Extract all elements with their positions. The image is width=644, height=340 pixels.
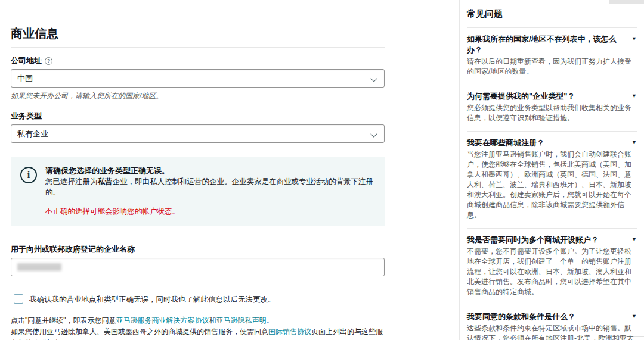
faq-item: 我是否需要同时为多个商城开设账户？ ▼ 不需要，您不再需要开设多个账户。为了让您… (467, 229, 637, 305)
faq-answer: 当您注册亚马逊销售账户时，我们会自动创建联合账户，使您能够在全球销售，包括北美商… (467, 149, 637, 220)
divider (11, 47, 385, 48)
faq-item: 为何需要提供我的"企业类型"？ ▼ 您必须提供您的业务类型以帮助我们收集相关的业… (467, 85, 637, 132)
faq-question: 我要在哪些商城注册？ (467, 138, 627, 148)
agreement-line1-suffix: 。 (267, 316, 274, 325)
faq-item: 如果我所在的国家/地区不在列表中，该怎么办？ ▼ 请在以后的日期重新查看，因为我… (467, 28, 637, 85)
caret-down-icon: ▼ (631, 34, 637, 42)
faq-answer: 您必须提供您的业务类型以帮助我们收集相关的业务信息，以便遵守识别和验证措施。 (467, 103, 637, 123)
company-address-label-text: 公司地址 (11, 55, 42, 66)
business-name-label: 用于向州或联邦政府登记的企业名称 (11, 244, 385, 255)
company-address-select[interactable]: 中国 (11, 69, 385, 88)
faq-answer: 请在以后的日期重新查看，因为我们正努力扩大接受的国家/地区的数量。 (467, 57, 637, 77)
privacy-notice-link[interactable]: 亚马逊隐私声明 (216, 316, 267, 325)
faq-item: 我要同意的条款和条件是什么？ ▼ 这些条款和条件约束在特定区域或市场中的销售。默… (467, 305, 637, 340)
caret-down-icon: ▼ (631, 138, 637, 145)
faq-item: 我要在哪些商城注册？ ▼ 当您注册亚马逊销售账户时，我们会自动创建联合账户，使您… (467, 132, 637, 229)
notice-content: 请确保您选择的业务类型正确无误。 您已选择注册为私营企业，即由私人控制和运营的企… (45, 166, 374, 217)
business-type-select[interactable]: 私有企业 (11, 124, 385, 143)
business-type-notice: i 请确保您选择的业务类型正确无误。 您已选择注册为私营企业，即由私人控制和运营… (11, 157, 385, 226)
company-address-value: 中国 (17, 73, 33, 84)
business-type-label: 业务类型 (11, 111, 385, 121)
bsa-agreement-link[interactable]: 亚马逊服务商业解决方案协议 (116, 316, 209, 325)
business-info-form: 商业信息 公司地址 ? 中国 如果您未开办公司，请输入您所在的国家/地区。 业务… (11, 0, 385, 340)
faq-question-toggle[interactable]: 我要同意的条款和条件是什么？ ▼ (467, 311, 637, 322)
agreement-line-2: 如果您使用亚马逊除加拿大、美国或墨西哥之外的商城提供的销售服务，便需同意国际销售… (11, 326, 385, 340)
caret-down-icon: ▼ (631, 311, 637, 319)
business-name-label-text: 用于向州或联邦政府登记的企业名称 (11, 244, 135, 255)
faq-question-toggle[interactable]: 我是否需要同时为多个商城开设账户？ ▼ (467, 235, 637, 245)
faq-question-toggle[interactable]: 如果我所在的国家/地区不在列表中，该怎么办？ ▼ (467, 34, 637, 55)
agreement-line-1: 点击"同意并继续"，即表示您同意亚马逊服务商业解决方案协议和亚马逊隐私声明。 (11, 315, 385, 326)
faq-question-toggle[interactable]: 我要在哪些商城注册？ ▼ (467, 138, 637, 148)
confirm-checkbox[interactable] (14, 294, 23, 304)
faq-question-toggle[interactable]: 为何需要提供我的"企业类型"？ ▼ (467, 91, 637, 102)
company-address-hint: 如果您未开办公司，请输入您所在的国家/地区。 (11, 91, 385, 101)
confirm-row: 我确认我的营业地点和类型正确无误，同时我也了解此信息以后无法更改。 (11, 294, 385, 304)
faq-title: 常见问题 (467, 7, 637, 28)
page-title: 商业信息 (11, 26, 385, 40)
business-name-input[interactable] (11, 258, 385, 276)
info-icon: i (20, 167, 37, 183)
faq-question: 为何需要提供我的"企业类型"？ (467, 91, 627, 102)
agreement-line1-prefix: 点击"同意并继续"，即表示您同意 (11, 316, 116, 325)
redacted-value (17, 263, 61, 271)
international-selling-agreement-link[interactable]: 国际销售协议 (268, 327, 311, 336)
confirm-checkbox-label: 我确认我的营业地点和类型正确无误，同时我也了解此信息以后无法更改。 (29, 294, 275, 304)
chevron-down-icon (370, 130, 377, 137)
notice-title: 请确保您选择的业务类型正确无误。 (45, 166, 374, 176)
faq-panel: 常见问题 如果我所在的国家/地区不在列表中，该怎么办？ ▼ 请在以后的日期重新查… (459, 0, 644, 340)
notice-body: 您已选择注册为私营企业，即由私人控制和运营的企业。企业卖家是在商业或专业活动的背… (45, 176, 374, 198)
faq-question: 我要同意的条款和条件是什么？ (467, 311, 627, 322)
agreement-text: 点击"同意并继续"，即表示您同意亚马逊服务商业解决方案协议和亚马逊隐私声明。 如… (11, 315, 385, 340)
help-icon[interactable]: ? (45, 57, 52, 65)
business-type-label-text: 业务类型 (11, 111, 42, 121)
company-address-label: 公司地址 ? (11, 55, 385, 66)
chevron-down-icon (370, 75, 377, 82)
faq-answer: 不需要，您不再需要开设多个账户。为了让您更轻松地在全球开店，我们创建了一个单一的… (467, 247, 637, 297)
business-type-value: 私有企业 (17, 129, 48, 139)
caret-down-icon: ▼ (631, 235, 637, 242)
notice-body-prefix: 您已选择注册为 (45, 177, 98, 186)
caret-down-icon: ▼ (631, 91, 637, 99)
registration-page: 商业信息 公司地址 ? 中国 如果您未开办公司，请输入您所在的国家/地区。 业务… (0, 0, 644, 340)
notice-warning: 不正确的选择可能会影响您的帐户状态。 (45, 207, 374, 217)
faq-answer: 这些条款和条件约束在特定区域或市场中的销售。默认情况下，您必须在所有地区注册-北… (467, 323, 637, 340)
agreement-line1-mid: 和 (209, 316, 216, 325)
notice-body-bold: 私营 (98, 177, 113, 186)
agreement-line2-prefix: 如果您使用亚马逊除加拿大、美国或墨西哥之外的商城提供的销售服务，便需同意 (11, 327, 268, 336)
faq-question: 如果我所在的国家/地区不在列表中，该怎么办？ (467, 34, 627, 55)
faq-question: 我是否需要同时为多个商城开设账户？ (467, 235, 627, 245)
